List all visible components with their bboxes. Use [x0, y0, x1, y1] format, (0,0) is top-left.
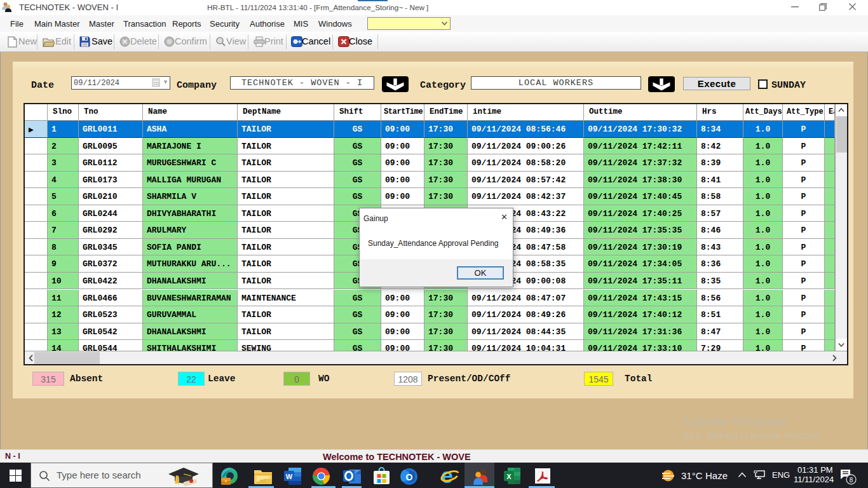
- svg-text:X: X: [506, 473, 512, 480]
- svg-text:W: W: [286, 473, 293, 480]
- svg-text:O: O: [406, 472, 413, 482]
- svg-text:8: 8: [850, 477, 853, 484]
